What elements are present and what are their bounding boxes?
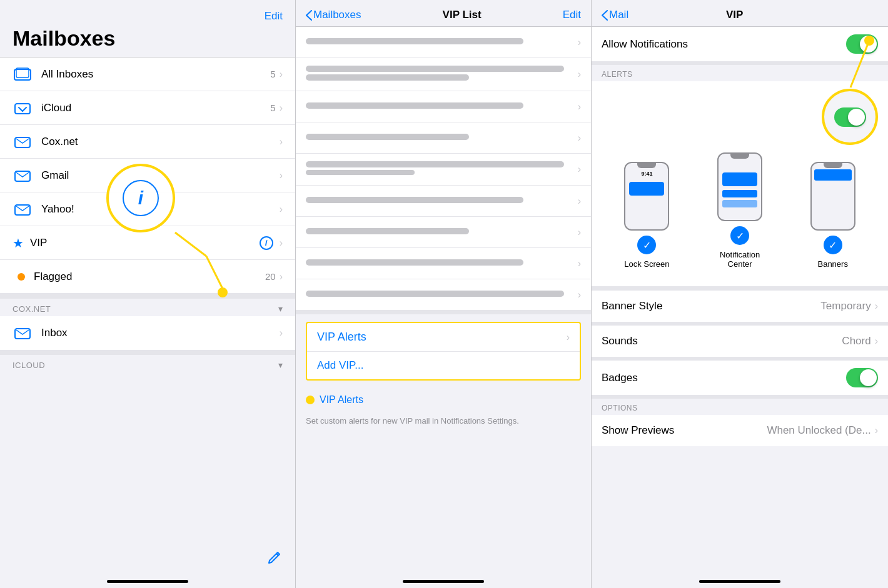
- banners-item: ✓ Banners: [810, 162, 855, 269]
- lock-screen-label: Lock Screen: [624, 259, 669, 269]
- allow-notifications-toggle[interactable]: [846, 34, 878, 54]
- all-inboxes-chevron: ›: [280, 69, 283, 80]
- alerts-section: 9:41 ✓ Lock Screen: [592, 81, 888, 287]
- gmail-row[interactable]: Gmail ›: [0, 159, 295, 192]
- sounds-row[interactable]: Sounds Chord ›: [592, 326, 888, 357]
- home-bar-p1: [107, 580, 188, 583]
- allow-notifications-row[interactable]: Allow Notifications: [592, 27, 888, 61]
- blur-line: [306, 38, 523, 44]
- section-divider-1: [0, 294, 295, 299]
- add-vip-row[interactable]: Add VIP...: [307, 352, 580, 379]
- blurred-row-5[interactable]: ›: [296, 154, 591, 186]
- badges-toggle[interactable]: [846, 368, 878, 387]
- home-bar-p2: [403, 580, 484, 583]
- vip-list-content: › › › › ›: [296, 27, 591, 588]
- blurred-row-9[interactable]: ›: [296, 279, 591, 311]
- show-previews-row[interactable]: Show Previews When Unlocked (De... ›: [592, 415, 888, 446]
- icloud-section-chevron: ▾: [278, 360, 283, 370]
- blurred-row-1[interactable]: ›: [296, 27, 591, 58]
- phone-notch: [637, 163, 656, 168]
- blurred-content-6: [306, 197, 578, 206]
- mailboxes-title: Mailboxes: [0, 26, 295, 57]
- inbox-row[interactable]: Inbox ›: [0, 316, 295, 350]
- options-section-label: OPTIONS: [592, 399, 888, 415]
- blur-line: [306, 259, 523, 266]
- blurred-content-2: [306, 66, 578, 83]
- blurred-row-2[interactable]: ›: [296, 58, 591, 91]
- edit-button[interactable]: Edit: [265, 10, 283, 22]
- flagged-row[interactable]: Flagged 20 ›: [0, 260, 295, 294]
- vip-row[interactable]: ★ VIP i ›: [0, 226, 295, 260]
- add-vip-label: Add VIP...: [317, 359, 363, 371]
- vip-alerts-chevron: ›: [567, 332, 570, 343]
- icloud-row[interactable]: iCloud 5 ›: [0, 91, 295, 125]
- badges-section: Badges: [592, 361, 888, 395]
- allow-notifications-label: Allow Notifications: [602, 38, 846, 51]
- svg-rect-0: [14, 69, 31, 80]
- banners-check: ✓: [824, 236, 842, 254]
- notif-bar1: [722, 172, 757, 186]
- blurred-row-7[interactable]: ›: [296, 217, 591, 248]
- coxnet-label: Cox.net: [41, 136, 280, 148]
- alerts-wrapper: 9:41 ✓ Lock Screen: [592, 81, 888, 287]
- vip-alerts-label: VIP Alerts: [317, 331, 366, 344]
- yahoo-chevron: ›: [280, 204, 283, 215]
- vip-settings-nav: Mail VIP: [592, 0, 888, 26]
- home-bar-p3: [699, 580, 780, 583]
- blurred-row-8[interactable]: ›: [296, 248, 591, 279]
- blurred-content-4: [306, 134, 578, 142]
- back-to-mailboxes[interactable]: Mailboxes: [306, 9, 361, 21]
- mailboxes-header: Edit: [0, 0, 295, 26]
- notification-center-item: ✓ Notification Center: [715, 152, 765, 269]
- sounds-value: Chord: [842, 335, 870, 347]
- icloud-section-label: ICLOUD: [13, 361, 45, 370]
- blur-line: [306, 291, 564, 297]
- blurred-row-3[interactable]: ›: [296, 91, 591, 122]
- yahoo-icon: [13, 202, 33, 217]
- compose-button[interactable]: [265, 551, 281, 569]
- banner-style-value: Temporary: [820, 300, 870, 312]
- blur-line: [306, 161, 564, 167]
- flagged-badge: 20: [265, 271, 276, 282]
- vip-settings-title: VIP: [726, 9, 743, 21]
- blur-line: [306, 228, 469, 234]
- flagged-chevron: ›: [280, 271, 283, 282]
- badges-row[interactable]: Badges: [592, 361, 888, 395]
- icloud-section-header[interactable]: ICLOUD ▾: [0, 355, 295, 372]
- coxnet-row[interactable]: Cox.net ›: [0, 125, 295, 159]
- yahoo-row[interactable]: Yahoo! ›: [0, 192, 295, 226]
- gmail-icon: [13, 168, 33, 183]
- alerts-toggle[interactable]: [834, 107, 866, 127]
- banner-style-chevron: ›: [875, 301, 878, 312]
- phones-row: 9:41 ✓ Lock Screen: [602, 152, 878, 269]
- vip-alerts-row[interactable]: VIP Alerts ›: [307, 323, 580, 352]
- coxnet-section-header[interactable]: COX.NET ▾: [0, 299, 295, 316]
- back-mail-label: Mail: [609, 9, 628, 21]
- banner-style-label: Banner Style: [602, 300, 820, 312]
- svg-rect-2: [15, 104, 30, 114]
- vip-list-edit[interactable]: Edit: [563, 9, 581, 21]
- badges-label: Badges: [602, 372, 846, 384]
- vip-info-icon[interactable]: i: [260, 236, 273, 250]
- back-mailboxes-label: Mailboxes: [313, 9, 361, 21]
- lock-screen-phone: 9:41: [624, 162, 669, 231]
- notification-center-label: Notification Center: [715, 250, 765, 269]
- show-previews-label: Show Previews: [602, 424, 767, 437]
- blurred-content-3: [306, 102, 578, 111]
- inbox-icon: [13, 326, 33, 341]
- blur-line: [306, 170, 415, 175]
- blur-line: [306, 197, 523, 203]
- phone-bar1: [629, 182, 664, 196]
- coxnet-section-chevron: ▾: [278, 304, 283, 314]
- all-inboxes-row[interactable]: All Inboxes 5 ›: [0, 57, 295, 91]
- banner-style-row[interactable]: Banner Style Temporary ›: [592, 291, 888, 322]
- vip-footer: Set custom alerts for new VIP mail in No…: [296, 408, 591, 434]
- back-to-mail[interactable]: Mail: [602, 9, 628, 21]
- blurred-row-6[interactable]: ›: [296, 186, 591, 217]
- sounds-chevron: ›: [875, 336, 878, 347]
- all-inboxes-icon: [13, 67, 33, 82]
- gmail-chevron: ›: [280, 170, 283, 181]
- blurred-row-4[interactable]: ›: [296, 122, 591, 154]
- yahoo-label: Yahoo!: [41, 203, 280, 216]
- icloud-badge: 5: [270, 102, 275, 113]
